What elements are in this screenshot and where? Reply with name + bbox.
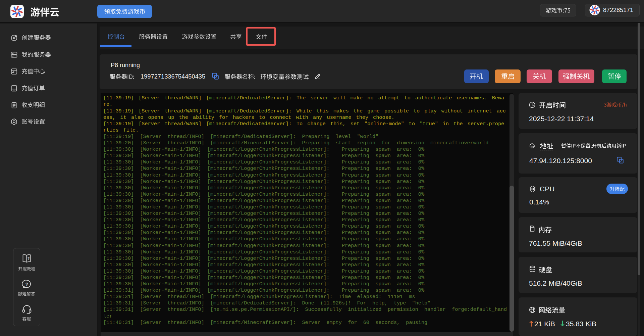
svg-text:?: ? <box>25 282 29 287</box>
svg-text:?: ? <box>28 256 30 260</box>
